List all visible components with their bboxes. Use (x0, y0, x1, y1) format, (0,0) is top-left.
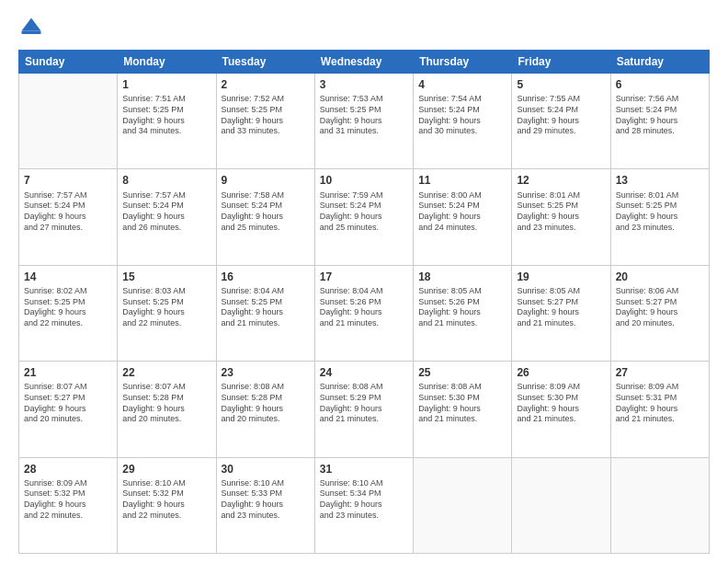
calendar-cell: 17Sunrise: 8:04 AMSunset: 5:26 PMDayligh… (314, 265, 413, 361)
header (18, 15, 710, 40)
calendar-cell: 19Sunrise: 8:05 AMSunset: 5:27 PMDayligh… (512, 265, 610, 361)
cell-info-line: Daylight: 9 hours (122, 404, 210, 415)
cell-info-line: Daylight: 9 hours (122, 500, 210, 511)
cell-info-line: and 22 minutes. (24, 318, 112, 329)
calendar-cell: 31Sunrise: 8:10 AMSunset: 5:34 PMDayligh… (314, 457, 413, 553)
cell-info-line: Daylight: 9 hours (320, 307, 408, 318)
cell-info-line: Sunset: 5:31 PM (616, 393, 704, 404)
cell-info-line: Daylight: 9 hours (517, 116, 605, 127)
cell-info-line: Sunrise: 8:04 AM (222, 286, 310, 297)
cell-info-line: Sunset: 5:24 PM (418, 201, 506, 212)
calendar-cell: 30Sunrise: 8:10 AMSunset: 5:33 PMDayligh… (216, 457, 314, 553)
cell-info-line: Sunrise: 8:00 AM (418, 190, 506, 201)
cell-info-line: Sunrise: 8:06 AM (616, 286, 704, 297)
cell-info-line: Sunrise: 8:10 AM (222, 478, 310, 489)
cell-info-line: Sunrise: 7:53 AM (320, 94, 408, 105)
day-header-thursday: Thursday (414, 51, 512, 74)
week-row-3: 21Sunrise: 8:07 AMSunset: 5:27 PMDayligh… (19, 362, 710, 457)
cell-info-line: Sunset: 5:26 PM (418, 297, 506, 308)
cell-info-line: Daylight: 9 hours (222, 116, 310, 127)
cell-info-line: and 21 minutes. (418, 318, 506, 329)
cell-info-line: Sunset: 5:25 PM (517, 201, 605, 212)
calendar-cell: 6Sunrise: 7:56 AMSunset: 5:24 PMDaylight… (610, 74, 709, 169)
week-row-4: 28Sunrise: 8:09 AMSunset: 5:32 PMDayligh… (19, 457, 710, 553)
cell-info-line: Sunrise: 8:09 AM (517, 382, 605, 393)
calendar-cell: 7Sunrise: 7:57 AMSunset: 5:24 PMDaylight… (19, 169, 118, 265)
cell-info-line: Sunset: 5:25 PM (222, 297, 310, 308)
cell-info-line: Sunset: 5:24 PM (320, 201, 408, 212)
day-number: 14 (24, 270, 112, 284)
cell-info-line: Sunrise: 8:07 AM (24, 382, 112, 393)
cell-info-line: and 26 minutes. (122, 223, 210, 234)
cell-info-line: Daylight: 9 hours (517, 404, 605, 415)
cell-info-line: Sunset: 5:28 PM (222, 393, 310, 404)
day-number: 9 (222, 173, 310, 188)
cell-info-line: Sunrise: 7:59 AM (320, 190, 408, 201)
calendar-cell: 26Sunrise: 8:09 AMSunset: 5:30 PMDayligh… (512, 362, 610, 457)
cell-info-line: Daylight: 9 hours (222, 500, 310, 511)
day-number: 10 (320, 173, 408, 188)
cell-info-line: Sunset: 5:24 PM (616, 105, 704, 116)
calendar-cell: 28Sunrise: 8:09 AMSunset: 5:32 PMDayligh… (19, 457, 118, 553)
cell-info-line: Sunrise: 7:55 AM (517, 94, 605, 105)
cell-info-line: Daylight: 9 hours (24, 307, 112, 318)
cell-info-line: Sunset: 5:27 PM (24, 393, 112, 404)
cell-info-line: Sunset: 5:25 PM (24, 297, 112, 308)
calendar-cell (512, 457, 610, 553)
cell-info-line: Sunrise: 8:10 AM (122, 478, 210, 489)
cell-info-line: and 22 minutes. (122, 511, 210, 522)
day-number: 5 (517, 77, 605, 92)
day-number: 30 (222, 462, 310, 477)
calendar-cell: 11Sunrise: 8:00 AMSunset: 5:24 PMDayligh… (414, 169, 512, 265)
cell-info-line: Daylight: 9 hours (222, 307, 310, 318)
calendar-cell: 4Sunrise: 7:54 AMSunset: 5:24 PMDaylight… (414, 74, 512, 169)
cell-info-line: Sunrise: 8:08 AM (418, 382, 506, 393)
cell-info-line: and 21 minutes. (320, 318, 408, 329)
cell-info-line: Sunset: 5:34 PM (320, 488, 408, 500)
day-number: 2 (222, 77, 310, 92)
day-number: 22 (122, 365, 210, 380)
cell-info-line: Sunset: 5:30 PM (418, 393, 506, 404)
calendar-cell: 3Sunrise: 7:53 AMSunset: 5:25 PMDaylight… (314, 74, 413, 169)
calendar-cell: 12Sunrise: 8:01 AMSunset: 5:25 PMDayligh… (512, 169, 610, 265)
cell-info-line: Daylight: 9 hours (418, 307, 506, 318)
cell-info-line: Daylight: 9 hours (517, 212, 605, 223)
day-number: 20 (616, 270, 704, 284)
calendar-cell: 8Sunrise: 7:57 AMSunset: 5:24 PMDaylight… (118, 169, 216, 265)
cell-info-line: Daylight: 9 hours (616, 307, 704, 318)
cell-info-line: Sunrise: 8:01 AM (616, 190, 704, 201)
cell-info-line: Sunset: 5:24 PM (517, 105, 605, 116)
cell-info-line: Sunset: 5:25 PM (320, 105, 408, 116)
cell-info-line: and 28 minutes. (616, 126, 704, 137)
cell-info-line: and 23 minutes. (320, 511, 408, 522)
cell-info-line: and 24 minutes. (418, 223, 506, 234)
page: SundayMondayTuesdayWednesdayThursdayFrid… (0, 0, 728, 563)
day-header-saturday: Saturday (610, 51, 709, 74)
cell-info-line: Daylight: 9 hours (24, 500, 112, 511)
logo-icon (18, 15, 44, 40)
day-header-tuesday: Tuesday (216, 51, 314, 74)
calendar-cell: 27Sunrise: 8:09 AMSunset: 5:31 PMDayligh… (610, 362, 709, 457)
day-number: 31 (320, 462, 408, 477)
day-number: 13 (616, 173, 704, 188)
cell-info-line: Sunset: 5:26 PM (320, 297, 408, 308)
day-number: 11 (418, 173, 506, 188)
cell-info-line: Daylight: 9 hours (616, 212, 704, 223)
cell-info-line: Daylight: 9 hours (517, 307, 605, 318)
cell-info-line: and 20 minutes. (616, 318, 704, 329)
cell-info-line: Sunset: 5:25 PM (222, 105, 310, 116)
cell-info-line: Sunrise: 8:09 AM (24, 478, 112, 489)
cell-info-line: Daylight: 9 hours (418, 212, 506, 223)
cell-info-line: and 33 minutes. (222, 126, 310, 137)
cell-info-line: Daylight: 9 hours (24, 404, 112, 415)
day-number: 8 (122, 173, 210, 188)
cell-info-line: Sunset: 5:27 PM (616, 297, 704, 308)
cell-info-line: and 22 minutes. (24, 511, 112, 522)
cell-info-line: Sunset: 5:25 PM (616, 201, 704, 212)
calendar-cell: 25Sunrise: 8:08 AMSunset: 5:30 PMDayligh… (414, 362, 512, 457)
cell-info-line: and 21 minutes. (616, 414, 704, 425)
day-number: 23 (222, 365, 310, 380)
day-number: 7 (24, 173, 112, 188)
calendar-cell: 24Sunrise: 8:08 AMSunset: 5:29 PMDayligh… (314, 362, 413, 457)
week-row-0: 1Sunrise: 7:51 AMSunset: 5:25 PMDaylight… (19, 74, 710, 169)
